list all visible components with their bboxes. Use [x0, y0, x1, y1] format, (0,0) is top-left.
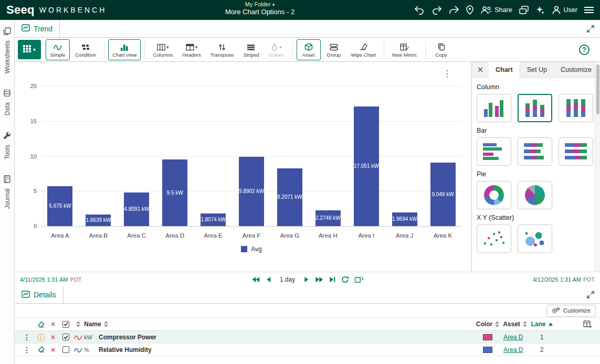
toolbar-button-label: Striped: [243, 52, 259, 58]
sort-icon[interactable]: [72, 321, 84, 327]
close-panel-icon[interactable]: ✕: [472, 62, 489, 77]
expand-trend-icon[interactable]: [581, 20, 600, 37]
panel-scrollbar[interactable]: [595, 62, 600, 272]
row-menu-icon[interactable]: ⋮: [19, 346, 35, 354]
undo-icon[interactable]: [414, 6, 425, 15]
chart-bar[interactable]: [277, 168, 302, 226]
color-swatch[interactable]: [483, 334, 492, 340]
chart-legend[interactable]: Avg: [41, 245, 462, 253]
warning-info-icon[interactable]: i: [37, 334, 45, 341]
skip-to-end-icon[interactable]: [329, 276, 335, 283]
column-header-color[interactable]: Color: [475, 320, 500, 328]
row-checkbox[interactable]: [62, 334, 69, 340]
row-checkbox[interactable]: [62, 346, 69, 353]
toolbar-button-group[interactable]: Group: [322, 39, 346, 60]
remove-row-icon[interactable]: ×: [47, 346, 59, 354]
sidebar-item-journal[interactable]: Journal: [3, 175, 11, 209]
panel-section-label: Pie: [477, 170, 597, 178]
fast-forward-icon[interactable]: [315, 276, 323, 283]
toolbar-button-columns[interactable]: ▾Columns: [149, 39, 177, 60]
location-pin-icon[interactable]: [466, 5, 473, 15]
sparkle-tools-icon[interactable]: [535, 5, 545, 15]
chart-context-menu-icon[interactable]: ⋮: [443, 69, 451, 78]
chart-type-thumbnail-column-stacked[interactable]: [518, 94, 552, 122]
expand-details-icon[interactable]: [581, 286, 600, 303]
chart-type-thumbnail-bubble[interactable]: [518, 224, 552, 253]
chart-type-thumbnail-pie-donut[interactable]: [477, 181, 511, 209]
toolbar-button-asset[interactable]: Asset: [297, 39, 321, 60]
select-all-checkbox[interactable]: [62, 321, 69, 328]
user-menu[interactable]: User: [552, 5, 577, 15]
row-menu-icon[interactable]: ⋮: [19, 333, 35, 341]
chart-type-thumbnail-pie[interactable]: [518, 181, 552, 209]
view-picker-button[interactable]: ▾: [18, 40, 41, 59]
chart-bar[interactable]: [430, 163, 456, 226]
fast-backward-icon[interactable]: [251, 276, 260, 283]
redo-icon[interactable]: [431, 6, 442, 15]
chart-type-thumbnail-scatter[interactable]: [477, 224, 511, 253]
chart-type-thumbnail-column-grouped[interactable]: [477, 94, 511, 122]
customize-button[interactable]: Customize: [546, 305, 596, 317]
panel-tab-customize[interactable]: Customize: [554, 62, 598, 77]
sidebar-item-worksheets[interactable]: Worksheets: [3, 27, 11, 73]
asset-link[interactable]: Area D: [503, 334, 523, 341]
remove-all-icon[interactable]: ×: [47, 320, 59, 328]
chart-type-thumbnail-bar-stacked[interactable]: [518, 137, 552, 166]
toolbar-button-new-metric[interactable]: New Metric: [388, 39, 422, 60]
toolbar-separator: [425, 41, 426, 59]
folder-breadcrumb[interactable]: My Folder ▾: [245, 1, 275, 7]
color-swatch[interactable]: [483, 347, 492, 353]
row-name[interactable]: Compressor Power: [99, 334, 475, 341]
eraser-icon[interactable]: [35, 320, 47, 328]
row-name[interactable]: Relative Humidity: [99, 346, 475, 354]
chart-type-thumbnail-bar-100[interactable]: [559, 137, 593, 166]
sidebar-item-data[interactable]: Data: [3, 89, 11, 115]
sidebar-item-tools[interactable]: Tools: [3, 132, 11, 159]
toolbar-button-striped[interactable]: Striped: [239, 39, 263, 60]
panel-tab-chart[interactable]: Chart: [489, 62, 520, 78]
step-forward-icon[interactable]: [304, 276, 309, 283]
chart-type-thumbnail-column-100[interactable]: [559, 94, 593, 122]
remove-row-icon[interactable]: ×: [47, 334, 59, 341]
chart-bar[interactable]: [239, 157, 264, 226]
toolbar-button-chart-view[interactable]: Chart View: [108, 39, 141, 60]
chart-bar[interactable]: [86, 215, 111, 226]
tab-trend[interactable]: Trend: [15, 20, 60, 37]
tag-icon[interactable]: [37, 345, 45, 355]
asset-link[interactable]: Area D: [503, 346, 523, 354]
panel-scrollbar-thumb[interactable]: [596, 65, 599, 114]
column-header-name[interactable]: Name: [84, 320, 475, 328]
column-config-icon[interactable]: [554, 320, 600, 328]
auto-update-icon[interactable]: [354, 276, 363, 283]
toolbar-button-condition[interactable]: Condition: [71, 39, 100, 60]
chart-bar[interactable]: [47, 186, 72, 226]
toolbar-button-headers[interactable]: ▾Headers: [178, 39, 205, 60]
windows-icon[interactable]: [519, 6, 529, 14]
toolbar-button-transpose[interactable]: Transpose: [206, 39, 238, 60]
toolbar-button-colors[interactable]: ▾Colors: [265, 39, 289, 60]
step-backward-icon[interactable]: [266, 276, 271, 283]
duration-label[interactable]: 1 day: [280, 276, 295, 283]
forward-arrow-icon[interactable]: [449, 6, 459, 14]
tab-details[interactable]: Details: [15, 286, 64, 303]
chart-bar[interactable]: [124, 192, 149, 226]
share-button[interactable]: Share: [480, 6, 512, 14]
range-end[interactable]: 4/12/2025 1:31 AMPDT: [533, 276, 595, 283]
chart-bar[interactable]: [201, 213, 226, 226]
help-button[interactable]: ?: [579, 45, 590, 55]
chart-bar[interactable]: [315, 210, 341, 226]
hamburger-menu-icon[interactable]: [584, 6, 594, 14]
panel-tab-set-up[interactable]: Set Up: [520, 62, 554, 77]
chart-bar[interactable]: [354, 106, 379, 226]
column-header-lane[interactable]: Lane: [530, 320, 554, 328]
range-start[interactable]: 4/11/2025 1:31 AMPDT: [20, 276, 82, 283]
row-unit: %: [84, 347, 99, 353]
chart-bar[interactable]: [162, 159, 187, 226]
chart-bar[interactable]: [392, 212, 417, 226]
column-header-asset[interactable]: Asset: [500, 320, 530, 328]
chart-type-thumbnail-bar-grouped[interactable]: [477, 137, 511, 166]
refresh-icon[interactable]: [341, 276, 349, 283]
toolbar-button-copy[interactable]: Copy: [429, 39, 454, 60]
toolbar-button-simple[interactable]: Simple: [46, 39, 70, 60]
toolbar-button-wipe-chart[interactable]: Wipe Chart: [347, 39, 381, 60]
